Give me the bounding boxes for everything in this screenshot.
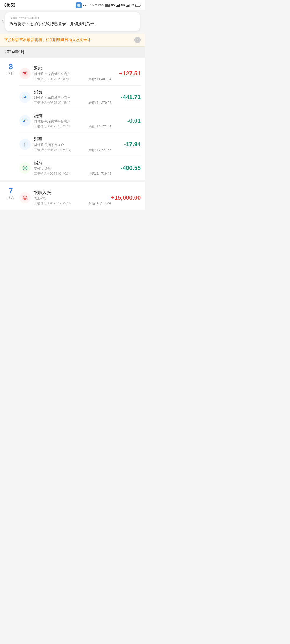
transaction-item[interactable]: 🛍 消费 财付通-京东商城平台商户 工银借记卡9675 13:45:12 余额:… xyxy=(19,109,141,133)
day-row-7: 7 周六 银联入账 网上银行 工银借记卡9675 19:22:10 余额: 15… xyxy=(0,182,145,210)
tx-amount-col: +15,000.00 xyxy=(111,194,141,201)
tx-merchant: 财付通-京东商城平台商户 xyxy=(34,96,111,100)
tx-amount-col: -17.94 xyxy=(111,141,141,148)
tx-details: 消费 财付通-美团平台商户 工银借记卡9675 11:59:12 余额: 14,… xyxy=(34,137,111,152)
tx-amount: -441.71 xyxy=(121,94,141,101)
tx-meta: 工银借记卡9675 23:46:06 余额: 14,407.34 xyxy=(34,77,111,82)
day-divider xyxy=(0,180,145,182)
day-week-8: 周日 xyxy=(8,71,14,76)
tx-merchant: 财付通-京东商城平台商户 xyxy=(34,72,111,76)
tx-balance: 余额: 14,279.83 xyxy=(89,101,111,105)
tx-amount-col: +127.51 xyxy=(111,70,141,77)
tx-details: 消费 支付宝-还款 工银借记卡9675 09:46:34 余额: 14,739.… xyxy=(34,160,111,176)
tx-icon-food: 🍴 xyxy=(19,139,31,150)
tx-name: 消费 xyxy=(34,160,111,166)
tx-card-time: 工银借记卡9675 19:22:10 xyxy=(34,201,71,206)
app-icon: C xyxy=(76,2,82,8)
network-5g-1: 5G xyxy=(111,4,115,7)
transaction-item[interactable]: 🍴 消费 财付通-美团平台商户 工银借记卡9675 11:59:12 余额: 1… xyxy=(19,133,141,156)
tx-card-time: 工银借记卡9675 09:46:34 xyxy=(34,171,71,176)
day-number-8: 8 xyxy=(9,63,13,71)
day-row-8: 8 周日 ¥ 退款 财付通-京东商城平台商户 工银借记卡9675 23:46:0… xyxy=(0,58,145,180)
tx-details: 退款 财付通-京东商城平台商户 工银借记卡9675 23:46:06 余额: 1… xyxy=(34,66,111,82)
svg-text:🍴: 🍴 xyxy=(23,142,28,147)
banner-close-button[interactable]: × xyxy=(134,37,141,43)
hd-badge: HD xyxy=(105,4,110,7)
day-number-7: 7 xyxy=(9,187,13,195)
tx-meta: 工银借记卡9675 09:46:34 余额: 14,739.49 xyxy=(34,171,111,176)
tx-icon-shop: 🛍 xyxy=(19,92,31,103)
signal-bars-2 xyxy=(126,4,130,7)
svg-rect-6 xyxy=(135,5,136,6)
svg-point-17 xyxy=(22,195,28,201)
transaction-item[interactable]: ¥ 退款 财付通-京东商城平台商户 工银借记卡9675 23:46:06 余额:… xyxy=(19,62,141,86)
tx-card-time: 工银借记卡9675 23:46:06 xyxy=(34,77,71,82)
tx-balance: 余额: 14,407.34 xyxy=(89,77,111,82)
status-time: 09:53 xyxy=(4,3,15,8)
tx-name: 消费 xyxy=(34,137,111,142)
tx-icon-pay xyxy=(19,162,31,174)
notification-source: 线报菌-www.xianbao.fun xyxy=(10,16,135,20)
tx-card-time: 工银借记卡9675 23:45:13 xyxy=(34,101,71,105)
notification-popup: *: 线报菌-www.xianbao.fun 温馨提示：您的手机银行已登录，并切… xyxy=(5,12,140,31)
svg-text:🛍: 🛍 xyxy=(23,95,27,99)
tx-meta: 工银借记卡9675 11:59:12 余额: 14,721.55 xyxy=(34,148,111,152)
transaction-item[interactable]: 银联入账 网上银行 工银借记卡9675 19:22:10 余额: 15,140.… xyxy=(19,186,141,210)
tx-meta: 工银借记卡9675 19:22:10 余额: 15,140.04 xyxy=(34,201,111,206)
notification-text: 温馨提示：您的手机银行已登录，并切换到后台。 xyxy=(10,21,135,27)
svg-text:C: C xyxy=(78,5,79,7)
day-info-7: 7 周六 xyxy=(4,186,17,200)
tx-balance: 余额: 15,140.04 xyxy=(88,201,111,206)
battery-icon: 22 xyxy=(131,4,141,7)
tx-balance: 余额: 14,721.54 xyxy=(89,124,111,129)
tx-amount-col: -400.55 xyxy=(111,164,141,171)
tx-name: 银联入账 xyxy=(34,190,111,196)
month-header: 2024年9月 xyxy=(0,47,145,58)
tx-balance: 余额: 14,721.55 xyxy=(89,148,111,152)
tx-details: 消费 财付通-京东商城平台商户 工银借记卡9675 23:45:13 余额: 1… xyxy=(34,89,111,105)
transaction-item[interactable]: 🛍 消费 财付通-京东商城平台商户 工银借记卡9675 23:45:13 余额:… xyxy=(19,86,141,109)
tx-icon-shop: 🛍 xyxy=(19,115,31,126)
tx-amount-col: -0.01 xyxy=(111,117,141,124)
signal-bars-1 xyxy=(116,4,120,7)
svg-text:🛍: 🛍 xyxy=(23,118,27,123)
tx-details: 银联入账 网上银行 工银借记卡9675 19:22:10 余额: 15,140.… xyxy=(34,190,111,206)
tx-meta: 工银借记卡9675 23:45:13 余额: 14,279.83 xyxy=(34,101,111,105)
tx-card-time: 工银借记卡9675 13:45:12 xyxy=(34,124,71,129)
tx-merchant: 财付通-京东商城平台商户 xyxy=(34,119,111,124)
tx-balance: 余额: 14,739.49 xyxy=(89,171,111,176)
svg-text:¥: ¥ xyxy=(24,71,26,76)
tx-card-time: 工银借记卡9675 11:59:12 xyxy=(34,148,71,152)
tx-name: 消费 xyxy=(34,89,111,95)
tx-icon-refund: ¥ xyxy=(19,68,31,79)
tx-amount: +15,000.00 xyxy=(111,194,141,201)
transactions-list-7: 银联入账 网上银行 工银借记卡9675 19:22:10 余额: 15,140.… xyxy=(17,186,141,210)
day-group-7: 7 周六 银联入账 网上银行 工银借记卡9675 19:22:10 余额: 15… xyxy=(0,182,145,210)
tx-icon-union xyxy=(19,192,31,203)
status-icons: C 9.80 KB/s HD 5G 5G 22 xyxy=(76,2,141,8)
tx-name: 退款 xyxy=(34,66,111,71)
status-bar: 09:53 C 9.80 KB/s HD 5G 5G 22 xyxy=(0,0,145,10)
tx-amount: +127.51 xyxy=(119,70,141,77)
network-5g-2: 5G xyxy=(121,4,125,7)
tx-name: 消费 xyxy=(34,113,111,119)
refresh-banner-text: 下拉刷新查看最新明细，相关明细当日纳入收支合计 xyxy=(4,38,134,42)
refresh-banner: 下拉刷新查看最新明细，相关明细当日纳入收支合计 × xyxy=(0,34,145,47)
tx-merchant: 支付宝-还款 xyxy=(34,166,111,171)
transaction-item[interactable]: 消费 支付宝-还款 工银借记卡9675 09:46:34 余额: 14,739.… xyxy=(19,156,141,180)
speed-text: 9.80 KB/s xyxy=(92,4,104,7)
day-week-7: 周六 xyxy=(8,195,14,200)
wifi-icon xyxy=(88,3,91,7)
transactions-list-8: ¥ 退款 财付通-京东商城平台商户 工银借记卡9675 23:46:06 余额:… xyxy=(17,62,141,180)
tx-merchant: 网上银行 xyxy=(34,196,111,201)
svg-rect-5 xyxy=(140,5,141,6)
notification-star: *: xyxy=(2,20,4,23)
tx-meta: 工银借记卡9675 13:45:12 余额: 14,721.54 xyxy=(34,124,111,129)
day-info-8: 8 周日 xyxy=(4,62,17,76)
tx-amount: -17.94 xyxy=(124,141,141,148)
tx-amount: -400.55 xyxy=(121,164,141,171)
tx-details: 消费 财付通-京东商城平台商户 工银借记卡9675 13:45:12 余额: 1… xyxy=(34,113,111,129)
tx-amount: -0.01 xyxy=(127,117,141,124)
day-group-8: 8 周日 ¥ 退款 财付通-京东商城平台商户 工银借记卡9675 23:46:0… xyxy=(0,58,145,180)
tx-merchant: 财付通-美团平台商户 xyxy=(34,143,111,147)
